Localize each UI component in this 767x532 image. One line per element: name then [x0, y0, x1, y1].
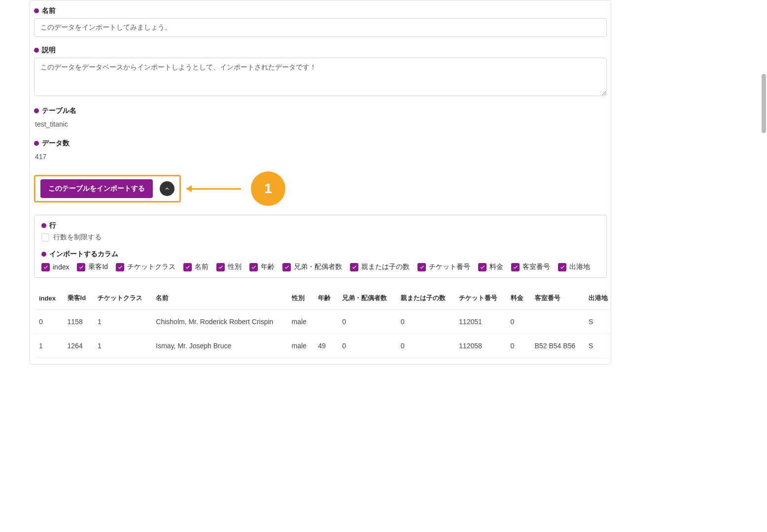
columns-label: インポートするカラム — [41, 250, 599, 259]
table-header: 性別 — [287, 287, 314, 310]
table-cell: 0 — [506, 310, 530, 334]
table-cell: 1264 — [63, 334, 93, 358]
table-cell: 1158 — [63, 310, 93, 334]
annotation-number: 1 — [251, 171, 285, 206]
import-table-button[interactable]: このテーブルをインポートする — [40, 179, 153, 198]
column-checkbox-item[interactable]: 親または子の数 — [350, 263, 410, 271]
table-header: 親または子の数 — [396, 287, 454, 310]
description-label-text: 説明 — [42, 46, 56, 55]
column-checkbox-item[interactable]: 乗客Id — [77, 263, 108, 271]
table-cell: 0 — [337, 310, 395, 334]
limit-rows-label: 行数を制限する — [53, 233, 102, 242]
checkbox-checked-icon — [478, 263, 487, 271]
checkbox-checked-icon — [41, 263, 50, 271]
checkbox-checked-icon — [511, 263, 520, 271]
checkbox-checked-icon — [216, 263, 225, 271]
table-cell: 1 — [34, 334, 63, 358]
bullet-icon — [41, 252, 46, 257]
checkbox-checked-icon — [418, 263, 426, 271]
import-options-panel: 行 行数を制限する インポートするカラム index乗客Idチケットクラス名前性… — [34, 215, 607, 278]
column-checkbox-item[interactable]: 性別 — [216, 263, 242, 271]
column-checkbox-item[interactable]: チケット番号 — [418, 263, 470, 271]
table-cell: 0 — [396, 334, 454, 358]
table-header: 料金 — [506, 287, 530, 310]
chevron-up-icon — [164, 185, 171, 192]
table-cell: male — [287, 334, 314, 358]
table-header: index — [34, 287, 63, 310]
table-cell: 0 — [506, 334, 530, 358]
column-checkbox-item[interactable]: 兄弟・配偶者数 — [282, 263, 342, 271]
checkbox-checked-icon — [77, 263, 85, 271]
table-header: 客室番号 — [530, 287, 584, 310]
table-row: 112641Ismay, Mr. Joseph Brucemale4900112… — [34, 334, 611, 358]
table-header: チケットクラス — [93, 287, 151, 310]
description-label: 説明 — [34, 46, 607, 55]
checkbox-checked-icon — [558, 263, 566, 271]
data-preview-table: index乗客Idチケットクラス名前性別年齢兄弟・配偶者数親または子の数チケット… — [34, 287, 611, 358]
table-cell: B52 B54 B56 — [530, 334, 584, 358]
table-cell: 0 — [34, 310, 63, 334]
table-cell: male — [287, 310, 314, 334]
column-name: 名前 — [195, 263, 209, 271]
column-name: 乗客Id — [88, 263, 108, 271]
name-label-text: 名前 — [42, 6, 56, 15]
arrow-icon — [187, 188, 241, 190]
tablename-label: テーブル名 — [34, 106, 607, 115]
column-name: 兄弟・配偶者数 — [294, 263, 342, 271]
column-name: 客室番号 — [523, 263, 550, 271]
column-checkbox-item[interactable]: 料金 — [478, 263, 503, 271]
name-input[interactable] — [34, 18, 607, 37]
datacount-label: データ数 — [34, 139, 607, 148]
column-name: 年齢 — [261, 263, 275, 271]
table-cell: S — [584, 310, 611, 334]
columns-label-text: インポートするカラム — [49, 250, 118, 259]
table-cell: S — [584, 334, 611, 358]
import-highlight: このテーブルをインポートする — [34, 175, 181, 202]
annotation-callout: 1 — [187, 171, 285, 206]
rows-label: 行 — [41, 221, 599, 230]
column-checkbox-item[interactable]: index — [41, 263, 69, 271]
column-name: 料金 — [489, 263, 503, 271]
tablename-label-text: テーブル名 — [42, 106, 76, 115]
column-checkbox-item[interactable]: チケットクラス — [116, 263, 175, 271]
column-checkbox-item[interactable]: 年齢 — [249, 263, 275, 271]
scrollbar-thumb[interactable] — [762, 74, 766, 133]
table-cell: 1 — [93, 310, 151, 334]
table-header: 名前 — [151, 287, 286, 310]
table-cell: 112051 — [454, 310, 506, 334]
column-name: index — [53, 263, 69, 271]
table-cell: Chisholm, Mr. Roderick Robert Crispin — [151, 310, 286, 334]
checkbox-checked-icon — [249, 263, 258, 271]
table-header: 乗客Id — [63, 287, 93, 310]
description-textarea[interactable] — [34, 58, 607, 96]
column-checkbox-item[interactable]: 客室番号 — [511, 263, 550, 271]
table-cell: 1 — [93, 334, 151, 358]
limit-rows-checkbox[interactable] — [41, 233, 49, 241]
datacount-label-text: データ数 — [42, 139, 70, 148]
table-cell: Ismay, Mr. Joseph Bruce — [151, 334, 286, 358]
checkbox-checked-icon — [183, 263, 192, 271]
table-cell: 112058 — [454, 334, 506, 358]
table-row: 011581Chisholm, Mr. Roderick Robert Cris… — [34, 310, 611, 334]
checkbox-checked-icon — [282, 263, 291, 271]
bullet-icon — [34, 141, 39, 146]
table-cell — [530, 310, 584, 334]
checkbox-checked-icon — [116, 263, 124, 271]
bullet-icon — [34, 108, 39, 113]
bullet-icon — [34, 8, 39, 13]
bullet-icon — [34, 48, 39, 53]
column-name: チケット番号 — [429, 263, 470, 271]
table-header: チケット番号 — [454, 287, 506, 310]
column-checkbox-item[interactable]: 出港地 — [558, 263, 590, 271]
column-checkbox-item[interactable]: 名前 — [183, 263, 209, 271]
column-name: 性別 — [228, 263, 242, 271]
table-cell: 0 — [396, 310, 454, 334]
table-cell: 49 — [313, 334, 337, 358]
table-header: 出港地 — [584, 287, 611, 310]
collapse-toggle-button[interactable] — [160, 181, 174, 196]
table-header: 年齢 — [313, 287, 337, 310]
column-name: 出港地 — [569, 263, 590, 271]
bullet-icon — [41, 223, 46, 228]
column-name: チケットクラス — [127, 263, 175, 271]
table-header: 兄弟・配偶者数 — [337, 287, 395, 310]
